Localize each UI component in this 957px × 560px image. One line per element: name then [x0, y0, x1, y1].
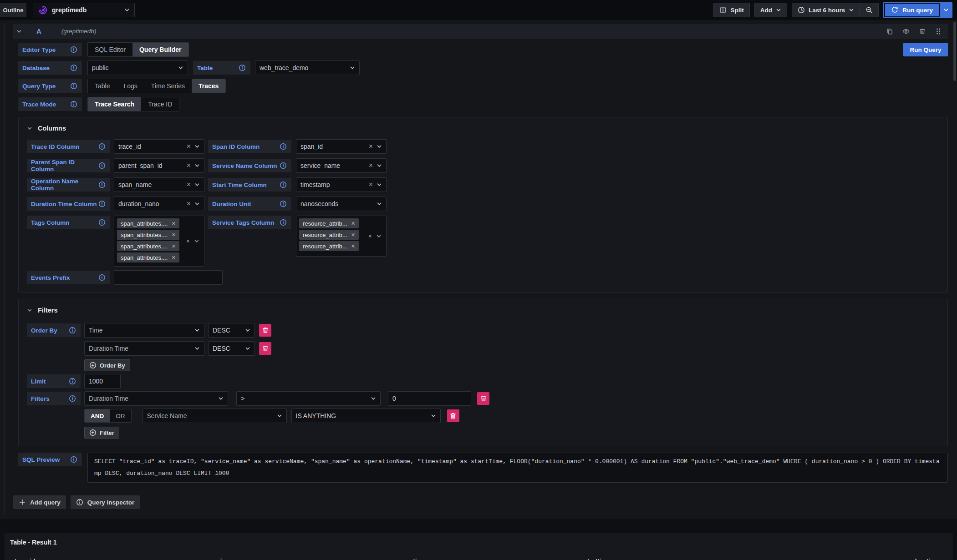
columns-section-header[interactable]: Columns	[27, 123, 939, 134]
info-icon	[98, 274, 106, 281]
add-filter-button[interactable]: Filter	[84, 427, 119, 439]
remove-chip-icon[interactable]: ×	[351, 242, 355, 250]
duration-time-column-select[interactable]: duration_nano×	[114, 197, 204, 211]
parent-span-id-column-select[interactable]: parent_span_id×	[114, 158, 204, 173]
limit-input[interactable]	[84, 374, 121, 388]
query-header-row[interactable]: A (greptimedb)	[13, 24, 948, 39]
query-type-label: Query Type	[18, 79, 82, 93]
toggle-visibility-icon[interactable]	[902, 28, 910, 35]
remove-chip-icon[interactable]: ×	[351, 220, 355, 227]
run-query-caret-button[interactable]	[940, 3, 952, 17]
collapse-section-icon	[27, 308, 32, 313]
vertical-scrollbar[interactable]	[953, 22, 956, 81]
split-button[interactable]: Split	[713, 3, 749, 17]
remove-chip-icon[interactable]: ×	[172, 254, 175, 261]
span-id-column-label: Span ID Column	[208, 140, 291, 153]
clear-icon[interactable]: ×	[187, 200, 191, 207]
order-by-direction-select[interactable]: DESC	[208, 323, 255, 338]
duration-unit-select[interactable]: nanoseconds	[296, 197, 387, 211]
clear-icon[interactable]: ×	[369, 181, 373, 188]
query-type-option-time-series[interactable]: Time Series	[144, 79, 192, 93]
editor-type-label: Editor Type	[18, 43, 82, 56]
remove-order-by-button-2[interactable]	[259, 342, 271, 355]
column-header-traceid[interactable]: traceid	[10, 555, 203, 560]
zoom-out-time-button[interactable]	[860, 3, 878, 17]
order-by-field-select-2[interactable]: Duration Time	[84, 341, 204, 356]
editor-type-option-query-builder[interactable]: Query Builder	[132, 43, 188, 56]
collapse-query-icon[interactable]	[16, 29, 22, 34]
clear-icon[interactable]: ×	[187, 181, 191, 188]
chevron-down-icon	[124, 7, 130, 13]
time-range-button[interactable]: Last 6 hours	[792, 3, 860, 17]
outline-toggle[interactable]: Outline	[0, 3, 26, 17]
datasource-picker[interactable]: greptimedb	[33, 3, 135, 17]
add-query-button[interactable]: Add query	[13, 495, 66, 509]
query-type-option-traces[interactable]: Traces	[192, 79, 225, 93]
clear-icon[interactable]: ×	[369, 162, 373, 169]
trace-mode-option-trace-id[interactable]: Trace ID	[141, 97, 179, 111]
filter-value-input[interactable]	[388, 391, 471, 406]
run-query-editor-button[interactable]: Run Query	[903, 43, 948, 56]
clear-all-icon[interactable]: ×	[368, 232, 372, 240]
service-tags-column-label: Service Tags Column	[208, 216, 291, 229]
delete-query-icon[interactable]	[919, 28, 926, 35]
clear-icon[interactable]: ×	[187, 143, 191, 150]
tags-column-multiselect[interactable]: span_attributes....× span_attributes....…	[114, 216, 204, 267]
filter-field-select-2[interactable]: Service Name	[143, 409, 287, 423]
clear-icon[interactable]: ×	[187, 162, 191, 169]
inspector-icon	[76, 499, 83, 506]
trace-mode-option-trace-search[interactable]: Trace Search	[88, 97, 141, 111]
remove-chip-icon[interactable]: ×	[172, 242, 175, 250]
clear-all-icon[interactable]: ×	[186, 237, 190, 245]
chevron-down-icon	[431, 413, 436, 419]
condition-or-option[interactable]: OR	[110, 409, 131, 422]
clear-icon[interactable]: ×	[369, 143, 373, 150]
info-icon	[69, 327, 76, 334]
filter-operator-select[interactable]: >	[236, 391, 381, 406]
clock-icon	[798, 6, 805, 14]
query-ref-id: A	[36, 27, 41, 35]
service-tags-column-multiselect[interactable]: resource_attrib...× resource_attrib...× …	[296, 216, 387, 257]
trace-id-column-select[interactable]: trace_id×	[114, 139, 204, 154]
remove-order-by-button[interactable]	[259, 324, 271, 337]
add-order-by-button[interactable]: Order By	[84, 359, 130, 371]
remove-filter-button[interactable]	[477, 392, 489, 405]
remove-chip-icon[interactable]: ×	[172, 231, 175, 238]
events-prefix-input[interactable]	[114, 270, 223, 285]
database-select[interactable]: public	[87, 61, 188, 75]
operation-name-column-select[interactable]: span_name×	[114, 177, 204, 192]
column-header-duration[interactable]: duration	[769, 555, 947, 560]
order-by-field-select[interactable]: Time	[84, 323, 204, 338]
filter-field-select[interactable]: Duration Time	[84, 391, 228, 406]
editor-left-edge	[4, 23, 5, 515]
database-label: Database	[18, 61, 82, 75]
filter-operator-select-2[interactable]: IS ANYTHING	[291, 409, 441, 423]
remove-chip-icon[interactable]: ×	[351, 231, 355, 238]
query-type-option-logs[interactable]: Logs	[117, 79, 144, 93]
info-icon	[70, 456, 77, 463]
start-time-column-select[interactable]: timestamp×	[296, 177, 387, 192]
column-header-servicename[interactable]: servicename	[203, 555, 391, 560]
chevron-down-icon	[943, 7, 949, 13]
query-editor-area: A (greptimedb) Editor Type SQL Editor Qu…	[0, 20, 957, 519]
service-name-column-select[interactable]: service_name×	[296, 158, 387, 173]
run-query-button[interactable]: Run query	[884, 3, 940, 17]
condition-and-option[interactable]: AND	[85, 409, 110, 422]
drag-handle-icon[interactable]	[935, 28, 942, 35]
filters-section-header[interactable]: Filters	[27, 305, 939, 316]
order-by-direction-select-2[interactable]: DESC	[208, 341, 255, 356]
remove-chip-icon[interactable]: ×	[172, 220, 175, 227]
duplicate-query-icon[interactable]	[886, 28, 893, 35]
query-type-option-table[interactable]: Table	[88, 79, 117, 93]
span-id-column-select[interactable]: span_id×	[296, 139, 387, 154]
query-inspector-button[interactable]: Query inspector	[71, 495, 140, 509]
info-icon	[98, 143, 106, 150]
column-header-operationname[interactable]: operationname	[391, 555, 579, 560]
remove-filter-button-2[interactable]	[447, 409, 459, 422]
info-icon	[98, 200, 106, 207]
editor-type-option-sql-editor[interactable]: SQL Editor	[88, 43, 132, 56]
add-button[interactable]: Add	[754, 3, 787, 17]
events-prefix-label: Events Prefix	[27, 271, 110, 284]
column-header-starttime[interactable]: starttime	[579, 555, 769, 560]
table-select[interactable]: web_trace_demo	[255, 61, 360, 75]
